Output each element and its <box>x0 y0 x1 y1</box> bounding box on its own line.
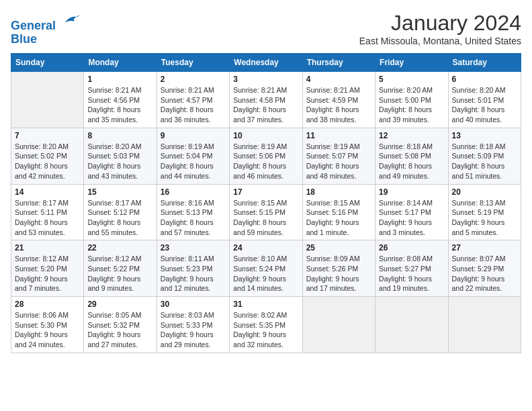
logo: General Blue <box>11 11 79 46</box>
calendar-cell: 17Sunrise: 8:15 AMSunset: 5:15 PMDayligh… <box>230 184 302 240</box>
week-row-1: 1Sunrise: 8:21 AMSunset: 4:56 PMDaylight… <box>11 72 521 128</box>
calendar-cell: 1Sunrise: 8:21 AMSunset: 4:56 PMDaylight… <box>84 72 157 128</box>
day-number: 4 <box>306 75 371 84</box>
day-info: Sunrise: 8:18 AMSunset: 5:09 PMDaylight:… <box>452 142 517 181</box>
weekday-header-monday: Monday <box>84 54 157 72</box>
day-info: Sunrise: 8:12 AMSunset: 5:20 PMDaylight:… <box>15 254 80 293</box>
day-info: Sunrise: 8:09 AMSunset: 5:26 PMDaylight:… <box>306 254 371 293</box>
calendar-cell <box>302 297 375 353</box>
calendar-cell: 11Sunrise: 8:19 AMSunset: 5:07 PMDayligh… <box>302 128 375 184</box>
day-number: 7 <box>15 131 80 140</box>
day-number: 11 <box>306 131 371 140</box>
day-info: Sunrise: 8:05 AMSunset: 5:32 PMDaylight:… <box>87 310 152 350</box>
day-info: Sunrise: 8:17 AMSunset: 5:11 PMDaylight:… <box>15 198 80 238</box>
day-info: Sunrise: 8:14 AMSunset: 5:17 PMDaylight:… <box>379 198 444 238</box>
day-info: Sunrise: 8:21 AMSunset: 4:57 PMDaylight:… <box>161 85 226 125</box>
calendar-cell: 31Sunrise: 8:02 AMSunset: 5:35 PMDayligh… <box>230 297 302 353</box>
day-number: 29 <box>87 300 152 309</box>
calendar-cell <box>448 297 521 353</box>
day-number: 1 <box>87 75 152 84</box>
day-info: Sunrise: 8:10 AMSunset: 5:24 PMDaylight:… <box>233 254 298 293</box>
day-info: Sunrise: 8:06 AMSunset: 5:30 PMDaylight:… <box>15 310 80 350</box>
calendar-cell: 18Sunrise: 8:15 AMSunset: 5:16 PMDayligh… <box>302 184 375 240</box>
day-info: Sunrise: 8:12 AMSunset: 5:22 PMDaylight:… <box>87 254 152 293</box>
calendar-cell: 15Sunrise: 8:17 AMSunset: 5:12 PMDayligh… <box>84 184 157 240</box>
day-number: 16 <box>161 187 226 197</box>
calendar-cell: 12Sunrise: 8:18 AMSunset: 5:08 PMDayligh… <box>375 128 448 184</box>
day-info: Sunrise: 8:19 AMSunset: 5:07 PMDaylight:… <box>306 142 371 181</box>
day-number: 22 <box>87 243 152 253</box>
weekday-header-wednesday: Wednesday <box>230 54 302 72</box>
calendar-cell: 16Sunrise: 8:16 AMSunset: 5:13 PMDayligh… <box>157 184 229 240</box>
logo-blue: Blue <box>11 32 37 46</box>
week-row-5: 28Sunrise: 8:06 AMSunset: 5:30 PMDayligh… <box>11 297 521 353</box>
calendar-cell: 21Sunrise: 8:12 AMSunset: 5:20 PMDayligh… <box>11 240 84 297</box>
day-number: 30 <box>161 300 226 309</box>
day-number: 10 <box>233 131 298 140</box>
calendar-cell: 24Sunrise: 8:10 AMSunset: 5:24 PMDayligh… <box>230 240 302 297</box>
calendar-cell: 5Sunrise: 8:20 AMSunset: 5:00 PMDaylight… <box>375 72 448 128</box>
day-number: 20 <box>452 187 517 197</box>
calendar-cell: 4Sunrise: 8:21 AMSunset: 4:59 PMDaylight… <box>302 72 375 128</box>
calendar-cell: 29Sunrise: 8:05 AMSunset: 5:32 PMDayligh… <box>84 297 157 353</box>
weekday-header-tuesday: Tuesday <box>157 54 229 72</box>
day-number: 2 <box>161 75 226 84</box>
week-row-4: 21Sunrise: 8:12 AMSunset: 5:20 PMDayligh… <box>11 240 521 297</box>
day-info: Sunrise: 8:15 AMSunset: 5:15 PMDaylight:… <box>233 198 298 238</box>
calendar-cell: 2Sunrise: 8:21 AMSunset: 4:57 PMDaylight… <box>157 72 229 128</box>
calendar-subtitle: East Missoula, Montana, United States <box>359 36 521 46</box>
day-info: Sunrise: 8:20 AMSunset: 5:03 PMDaylight:… <box>87 142 152 181</box>
day-info: Sunrise: 8:18 AMSunset: 5:08 PMDaylight:… <box>379 142 444 181</box>
day-number: 12 <box>379 131 444 140</box>
day-number: 5 <box>379 75 444 84</box>
week-row-2: 7Sunrise: 8:20 AMSunset: 5:02 PMDaylight… <box>11 128 521 184</box>
calendar-cell: 22Sunrise: 8:12 AMSunset: 5:22 PMDayligh… <box>84 240 157 297</box>
day-number: 19 <box>379 187 444 197</box>
calendar-cell <box>375 297 448 353</box>
calendar-cell: 8Sunrise: 8:20 AMSunset: 5:03 PMDaylight… <box>84 128 157 184</box>
day-number: 24 <box>233 243 298 253</box>
calendar-cell: 26Sunrise: 8:08 AMSunset: 5:27 PMDayligh… <box>375 240 448 297</box>
day-number: 14 <box>15 187 80 197</box>
day-info: Sunrise: 8:21 AMSunset: 4:58 PMDaylight:… <box>233 85 298 125</box>
calendar-title: January 2024 <box>359 11 521 36</box>
calendar-cell <box>11 72 84 128</box>
day-info: Sunrise: 8:20 AMSunset: 5:02 PMDaylight:… <box>15 142 80 181</box>
weekday-header-friday: Friday <box>375 54 448 72</box>
logo-bird-icon <box>60 11 79 30</box>
calendar-cell: 13Sunrise: 8:18 AMSunset: 5:09 PMDayligh… <box>448 128 521 184</box>
calendar-cell: 3Sunrise: 8:21 AMSunset: 4:58 PMDaylight… <box>230 72 302 128</box>
calendar-cell: 30Sunrise: 8:03 AMSunset: 5:33 PMDayligh… <box>157 297 229 353</box>
header: General Blue January 2024 East Missoula,… <box>11 11 521 46</box>
day-info: Sunrise: 8:13 AMSunset: 5:19 PMDaylight:… <box>452 198 517 238</box>
day-number: 6 <box>452 75 517 84</box>
logo-general: General <box>11 19 56 32</box>
day-number: 26 <box>379 243 444 253</box>
day-info: Sunrise: 8:21 AMSunset: 4:59 PMDaylight:… <box>306 85 371 125</box>
day-number: 18 <box>306 187 371 197</box>
week-row-3: 14Sunrise: 8:17 AMSunset: 5:11 PMDayligh… <box>11 184 521 240</box>
day-info: Sunrise: 8:11 AMSunset: 5:23 PMDaylight:… <box>161 254 226 293</box>
day-info: Sunrise: 8:17 AMSunset: 5:12 PMDaylight:… <box>87 198 152 238</box>
calendar-cell: 7Sunrise: 8:20 AMSunset: 5:02 PMDaylight… <box>11 128 84 184</box>
day-number: 9 <box>161 131 226 140</box>
calendar-cell: 19Sunrise: 8:14 AMSunset: 5:17 PMDayligh… <box>375 184 448 240</box>
day-info: Sunrise: 8:15 AMSunset: 5:16 PMDaylight:… <box>306 198 371 238</box>
day-info: Sunrise: 8:07 AMSunset: 5:29 PMDaylight:… <box>452 254 517 293</box>
day-number: 23 <box>161 243 226 253</box>
day-info: Sunrise: 8:16 AMSunset: 5:13 PMDaylight:… <box>161 198 226 238</box>
weekday-header-saturday: Saturday <box>448 54 521 72</box>
day-number: 27 <box>452 243 517 253</box>
day-info: Sunrise: 8:20 AMSunset: 5:01 PMDaylight:… <box>452 85 517 125</box>
weekday-header-row: SundayMondayTuesdayWednesdayThursdayFrid… <box>11 54 521 72</box>
day-number: 3 <box>233 75 298 84</box>
day-info: Sunrise: 8:20 AMSunset: 5:00 PMDaylight:… <box>379 85 444 125</box>
day-info: Sunrise: 8:03 AMSunset: 5:33 PMDaylight:… <box>161 310 226 350</box>
calendar-cell: 10Sunrise: 8:19 AMSunset: 5:06 PMDayligh… <box>230 128 302 184</box>
calendar-cell: 25Sunrise: 8:09 AMSunset: 5:26 PMDayligh… <box>302 240 375 297</box>
day-number: 15 <box>87 187 152 197</box>
calendar-cell: 20Sunrise: 8:13 AMSunset: 5:19 PMDayligh… <box>448 184 521 240</box>
calendar-cell: 9Sunrise: 8:19 AMSunset: 5:04 PMDaylight… <box>157 128 229 184</box>
day-info: Sunrise: 8:08 AMSunset: 5:27 PMDaylight:… <box>379 254 444 293</box>
day-number: 25 <box>306 243 371 253</box>
